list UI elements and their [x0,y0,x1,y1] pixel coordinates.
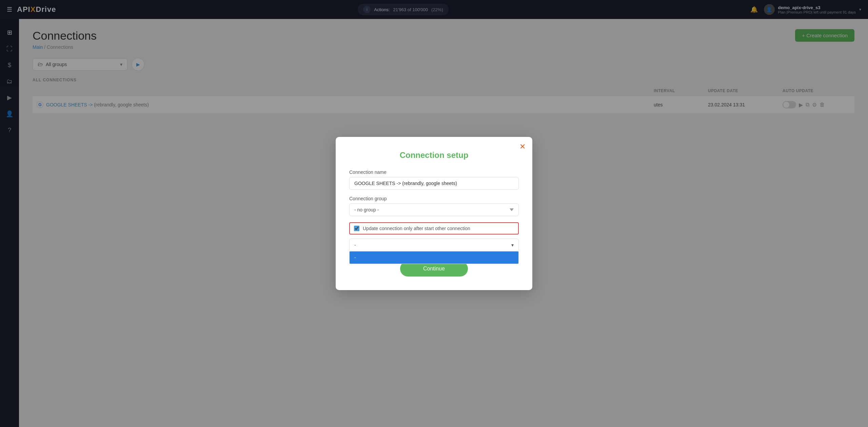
dependency-dropdown-container: - ▾ - [349,239,519,251]
connection-name-label: Connection name [349,169,519,175]
dependency-select[interactable]: - ▾ [349,239,519,251]
update-after-other-checkbox[interactable] [354,226,359,231]
modal-overlay: ✕ Connection setup Connection name Conne… [0,0,868,427]
connection-group-select[interactable]: - no group - [349,203,519,216]
modal-close-button[interactable]: ✕ [519,142,526,151]
update-after-other-checkbox-row: Update connection only after start other… [349,222,519,235]
connection-group-label: Connection group [349,196,519,201]
modal-title: Connection setup [349,150,519,160]
dependency-chevron-icon: ▾ [511,242,514,248]
dependency-dropdown-list: - [349,251,519,264]
connection-setup-modal: ✕ Connection setup Connection name Conne… [336,137,532,290]
connection-name-group: Connection name [349,169,519,190]
dependency-option[interactable]: - [350,251,518,264]
connection-name-input[interactable] [349,177,519,190]
dependency-select-value: - [354,242,356,248]
connection-group-group: Connection group - no group - [349,196,519,216]
update-after-other-label: Update connection only after start other… [363,226,470,231]
